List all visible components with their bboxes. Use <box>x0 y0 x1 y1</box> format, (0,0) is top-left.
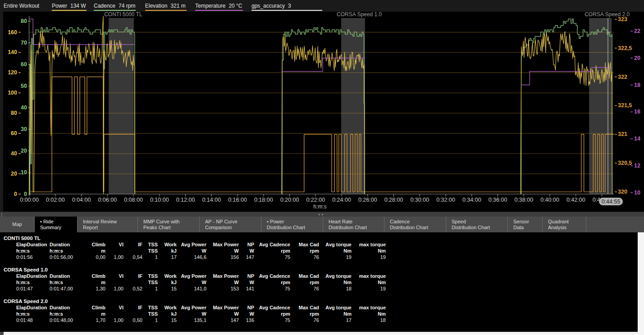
legend-item-power: Power134 W <box>52 3 87 11</box>
cell: 0:01:48,00 <box>50 317 85 323</box>
ride-chart-canvas[interactable]: 0:00:000:02:000:04:000:06:000:08:000:10:… <box>0 12 644 212</box>
cell: Nm <box>320 279 352 285</box>
vertical-scrollbar[interactable] <box>638 232 644 335</box>
x-tick-label: 0:00:00 <box>20 197 39 203</box>
cell: 146,6 <box>178 254 207 260</box>
cell: h:m:s <box>16 248 50 254</box>
elevation-axis-tick-label: 322 <box>618 74 627 80</box>
cell: TSS <box>143 248 159 254</box>
horizontal-scrollbar[interactable] <box>4 332 638 335</box>
cell: 1,00 <box>106 254 124 260</box>
tab-cadence-distribution[interactable]: CadenceDistribution Chart <box>384 217 446 232</box>
tab-label-line: Comparison <box>205 225 261 231</box>
x-tick-label: 0:10:00 <box>150 197 169 203</box>
cell: W <box>178 279 207 285</box>
cell: 18 <box>352 317 387 323</box>
cell: 75 <box>255 317 291 323</box>
cell: 18 <box>320 285 352 292</box>
cell: rpm <box>255 311 291 317</box>
cell: Nm <box>352 279 387 285</box>
cell: 15 <box>159 285 178 292</box>
tab-speed-distribution[interactable]: SpeedDistribution Chart <box>446 217 508 232</box>
tab-power-distribution[interactable]: • PowerDistribution Chart <box>261 217 323 232</box>
interval-label: CONTI 5000 TL <box>104 12 142 18</box>
interval-region[interactable] <box>589 18 612 194</box>
x-tick-label: 0:16:00 <box>228 197 247 203</box>
summary-table-title: CORSA Speed 1.0 <box>4 267 644 273</box>
units-row: h:m:sh:m:smTSSkJWWWrpmrpmNmNm <box>16 279 644 285</box>
cadence-axis-tick-label: 80 <box>21 18 27 24</box>
cell: 17 <box>320 317 352 323</box>
cell: Duration <box>50 304 85 311</box>
tab-label-line: Peaks Chart <box>143 225 199 231</box>
cell: max torque <box>352 241 387 248</box>
values-row: 0:01:470:01:47,001,301,000,52115141,0153… <box>16 285 644 292</box>
summary-table-corsa-speed-2-0: CORSA Speed 2.0ElapDurationDurationClimb… <box>4 298 644 323</box>
legend-underline <box>195 10 243 11</box>
tab-label-line: Cadence <box>390 219 446 225</box>
ride-chart[interactable]: 0:00:000:02:000:04:000:06:000:08:000:10:… <box>0 12 644 212</box>
pane-splitter[interactable] <box>0 212 644 217</box>
cell: NP <box>240 304 255 311</box>
cell: rpm <box>291 279 320 285</box>
legend-underline <box>94 10 136 11</box>
tab-ride-summary[interactable]: • RideSummary <box>35 217 78 232</box>
cadence-axis-tick-label: 40 <box>21 104 27 111</box>
cell: rpm <box>291 248 320 254</box>
legend-value: 3 <box>288 3 291 9</box>
cell: 76 <box>291 254 320 260</box>
cell: 136 <box>240 317 255 323</box>
x-tick-label: 0:38:00 <box>514 197 533 203</box>
tab-mmp-curve[interactable]: MMP Curve withPeaks Chart <box>138 217 200 232</box>
tab-label-line: Map <box>12 222 22 227</box>
cell: 1,70 <box>85 317 106 323</box>
legend-underline <box>52 10 87 11</box>
x-tick-label: 0:30:00 <box>410 197 429 203</box>
cell: 147 <box>207 317 240 323</box>
values-row: 0:01:560:01:56,000,001,000,54117146,6156… <box>16 254 644 260</box>
x-tick-label: 0:02:00 <box>46 197 65 203</box>
tab-quadrant-analysis[interactable]: QuadrantAnalysis <box>543 217 586 232</box>
legend-label: Cadence <box>94 3 115 9</box>
legend-item-temperature: Temperature20 °C <box>195 3 243 11</box>
tab-interval-review-report[interactable]: Interval ReviewReport <box>78 217 138 232</box>
cell: 75 <box>255 254 291 260</box>
tab-label-line: • Power <box>267 219 323 225</box>
cell: Nm <box>320 248 352 254</box>
x-tick-label: 0:18:00 <box>254 197 273 203</box>
elevation-axis-tick-label: 321,5 <box>618 102 632 109</box>
tab-heart-rate-distribution[interactable]: Heart RateDistribution Chart <box>323 217 384 232</box>
tab-ap-np-curve[interactable]: AP - NP CurveComparison <box>200 217 261 232</box>
cell: IF <box>124 304 143 311</box>
cell: h:m:s <box>50 279 85 285</box>
cell: Max Cad <box>291 273 320 279</box>
cell: m <box>85 248 106 254</box>
cell: 75 <box>255 285 291 292</box>
cell: Max Cad <box>291 304 320 311</box>
cell: 0:01:56,00 <box>50 254 85 260</box>
tab-sensor-data[interactable]: SensorData <box>508 217 543 232</box>
cell: Work <box>159 273 178 279</box>
cell: Max Cad <box>291 241 320 248</box>
cadence-axis-tick-label: 50 <box>21 83 27 89</box>
cadence-axis-tick-label: 60 <box>21 61 27 68</box>
legend-label: Power <box>52 3 67 9</box>
cell: Climb <box>85 241 106 248</box>
cell <box>124 311 143 317</box>
temperature-axis-tick-label: 20 <box>634 55 640 61</box>
legend-item-elevation: Elevation321 m <box>145 3 187 11</box>
cell <box>106 311 124 317</box>
cell: 15 <box>159 317 178 323</box>
summary-table-conti-5000-tl: CONTI 5000 TLElapDurationDurationClimbVI… <box>4 235 644 260</box>
cell: Avg torque <box>320 241 352 248</box>
cell: Avg Cadence <box>255 304 291 311</box>
cell: 17 <box>159 254 178 260</box>
cell: 19 <box>320 254 352 260</box>
tab-map[interactable]: Map <box>0 217 35 232</box>
interval-label: CORSA Speed 2.0 <box>585 12 630 18</box>
power-axis-tick-label: 20 <box>11 171 17 177</box>
tab-label-line: Distribution Chart <box>452 225 507 231</box>
cell: W <box>207 311 240 317</box>
temperature-axis-tick-label: 18 <box>634 82 640 88</box>
tab-label-line: Sensor <box>513 219 542 225</box>
